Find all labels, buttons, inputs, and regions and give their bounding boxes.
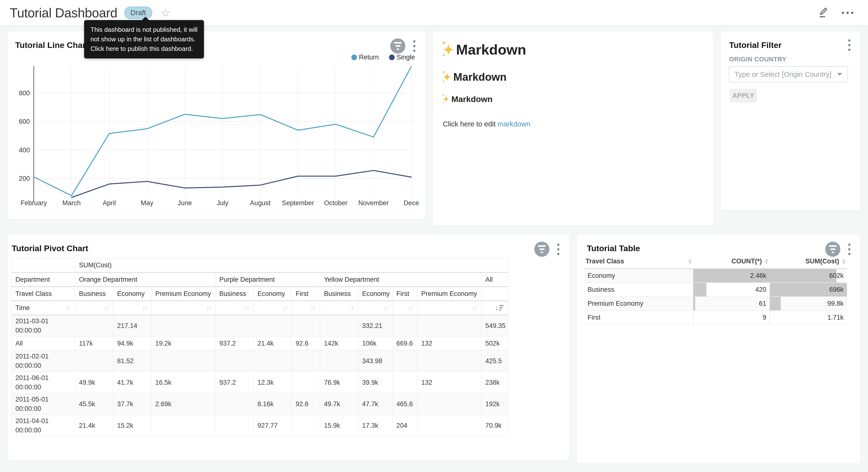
pivot-cell (292, 315, 320, 336)
svg-text:February: February (21, 199, 47, 207)
pivot-sort-cell[interactable]: ↓↑ (113, 301, 151, 315)
sort-icon[interactable]: ↓↑ (206, 303, 211, 313)
pivot-cell: 17.3k (358, 415, 393, 436)
kebab-menu-icon[interactable] (847, 243, 851, 256)
pivot-sort-cell[interactable]: ↓↑ (393, 301, 417, 315)
pivot-cell (151, 415, 215, 436)
sort-icon[interactable]: ↓↑ (103, 303, 108, 313)
pivot-sort-cell[interactable]: ↓↑ (292, 301, 320, 315)
pivot-group-header: All (482, 272, 508, 287)
pivot-cell: 502k (482, 336, 508, 350)
pivot-group-header: Orange Department (75, 272, 215, 287)
pivot-cell: 16.5k (151, 372, 215, 393)
publish-tooltip[interactable]: This dashboard is not published, it will… (84, 20, 204, 58)
pivot-cell (417, 415, 482, 436)
sort-icon[interactable]: ↓↑ (472, 303, 477, 313)
sort-icon[interactable]: ↓↑ (408, 303, 413, 313)
kebab-menu-icon[interactable] (412, 39, 416, 53)
pivot-row: 2011-05-0100:00:0045.5k37.7k2.69k8.16k92… (11, 393, 508, 415)
pivot-cell (417, 393, 482, 415)
table-row[interactable]: First91.71k (584, 311, 847, 325)
markdown-edit-link[interactable]: markdown (498, 120, 530, 128)
kebab-menu-icon[interactable] (556, 243, 560, 256)
edit-pencil-icon[interactable] (817, 6, 830, 19)
pivot-cell: 49.7k (320, 393, 358, 415)
sort-caret-icon[interactable] (842, 259, 845, 264)
sort-icon[interactable]: ↓↑ (383, 303, 388, 313)
sort-caret-icon[interactable] (688, 259, 692, 264)
svg-text:November: November (358, 199, 389, 207)
pivot-cell: 47.7k (358, 393, 393, 415)
filter-scope-icon[interactable] (534, 242, 549, 257)
sort-icon[interactable]: ↓↑ (310, 303, 315, 313)
pivot-sort-cell[interactable]: ↓↑ (215, 301, 253, 315)
sparkles-icon: ✦✦✦ (443, 94, 450, 104)
pivot-sort-cell[interactable]: ↓↑ (151, 301, 215, 315)
pivot-row-label: 2011-05-0100:00:00 (11, 393, 75, 415)
pivot-table: SUM(Cost)DepartmentOrange DepartmentPurp… (11, 258, 508, 436)
sort-icon[interactable]: ↓↑ (65, 303, 70, 313)
pivot-cell (215, 415, 253, 436)
legend-item-single[interactable]: Single (389, 54, 415, 61)
pivot-cell: 21.4k (75, 415, 113, 436)
pivot-sort-cell[interactable]: ↓↑ (358, 301, 393, 315)
pivot-cell (253, 315, 292, 336)
sort-icon[interactable]: ↓↑ (348, 303, 353, 313)
sort-icon[interactable]: ↓↑ (244, 303, 249, 313)
pivot-sort-cell[interactable]: ↓↑ (75, 301, 113, 315)
svg-text:October: October (324, 199, 347, 207)
pivot-col-header: Premium Economy (151, 287, 215, 301)
favorite-star-icon[interactable]: ☆ (161, 7, 170, 18)
col-header-travel-class[interactable]: Travel Class (584, 255, 693, 268)
table-panel: Tutorial Table Travel ClassCOUNT(*)SUM(C… (577, 235, 860, 464)
pivot-sort-cell[interactable]: ↓↑ (320, 301, 358, 315)
pivot-cell: 49.9k (75, 372, 113, 393)
pivot-cell: 132 (417, 372, 482, 393)
markdown-paragraph: Click here to edit markdown (443, 120, 703, 128)
filter-scope-icon[interactable] (390, 38, 405, 54)
pivot-sort-cell[interactable]: ↓ (482, 301, 508, 315)
pivot-row: 2011-03-0100:00:00217.14332.21549.35 (11, 315, 508, 336)
pivot-cell: 39.9k (358, 372, 393, 393)
svg-text:April: April (103, 199, 116, 207)
pivot-cell: 425.5 (482, 350, 508, 372)
more-options-icon[interactable] (842, 12, 853, 14)
pivot-cell: 117k (75, 336, 113, 350)
count-cell: 61 (693, 297, 770, 311)
pivot-cell: 937.2 (215, 372, 253, 393)
sum-cell: 1.71k (770, 311, 847, 325)
legend-item-return[interactable]: Return (351, 54, 379, 61)
pivot-cell: 549.35 (482, 315, 508, 336)
sort-desc-icon[interactable]: ↓ (495, 303, 504, 313)
pivot-cell (292, 415, 320, 436)
pivot-cell (320, 315, 358, 336)
markdown-h1: ✦✦✦Markdown (443, 41, 703, 58)
pivot-row-label: 2011-04-0100:00:00 (11, 415, 75, 436)
table-row[interactable]: Economy2.46k602k (584, 268, 847, 283)
pivot-cell: 81.52 (113, 350, 151, 372)
svg-text:400: 400 (19, 147, 30, 154)
sort-icon[interactable]: ↓↑ (282, 303, 287, 313)
col-header-count[interactable]: COUNT(*) (693, 255, 770, 268)
pivot-sort-cell[interactable]: ↓↑ (417, 301, 482, 315)
pivot-cell (215, 393, 253, 415)
sort-icon[interactable]: ↓↑ (142, 303, 147, 313)
tooltip-line: This dashboard is not published, it will (90, 25, 197, 34)
pivot-cell: 41.7k (113, 372, 151, 393)
pivot-row-label: 2011-02-0100:00:00 (11, 350, 75, 372)
pivot-col-header: First (292, 287, 320, 301)
pivot-cell: 238k (482, 372, 508, 393)
kebab-menu-icon[interactable] (847, 38, 851, 52)
chart-legend: ReturnSingle (351, 54, 415, 61)
apply-button[interactable]: APPLY (730, 89, 757, 102)
table-row[interactable]: Premium Economy6199.8k (584, 297, 847, 311)
table-row[interactable]: Business420696k (584, 283, 847, 297)
pivot-row-label: All (11, 336, 75, 350)
pivot-time-header[interactable]: Time↓↑ (11, 301, 75, 315)
tooltip-line: Click here to publish this dashboard. (90, 44, 197, 54)
filter-scope-icon[interactable] (825, 242, 840, 257)
sort-caret-icon[interactable] (765, 259, 768, 264)
origin-country-select[interactable]: Type or Select [Origin Country] (728, 66, 848, 82)
pivot-sort-cell[interactable]: ↓↑ (253, 301, 292, 315)
pivot-cell: 204 (393, 415, 417, 436)
